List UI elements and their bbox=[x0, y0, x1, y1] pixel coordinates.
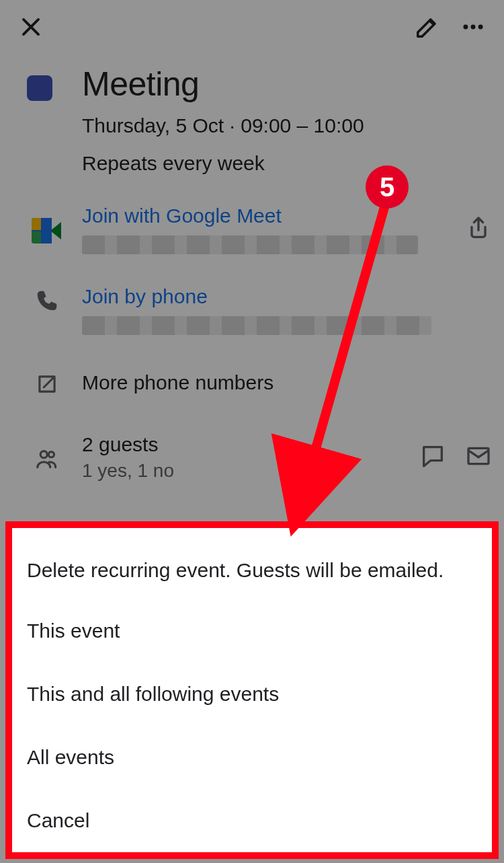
option-this-event[interactable]: This event bbox=[12, 599, 492, 663]
sheet-title: Delete recurring event. Guests will be e… bbox=[12, 528, 492, 599]
option-this-and-following[interactable]: This and all following events bbox=[12, 663, 492, 726]
option-all-events[interactable]: All events bbox=[12, 726, 492, 789]
delete-recurring-sheet: Delete recurring event. Guests will be e… bbox=[5, 521, 499, 859]
option-cancel[interactable]: Cancel bbox=[12, 789, 492, 852]
